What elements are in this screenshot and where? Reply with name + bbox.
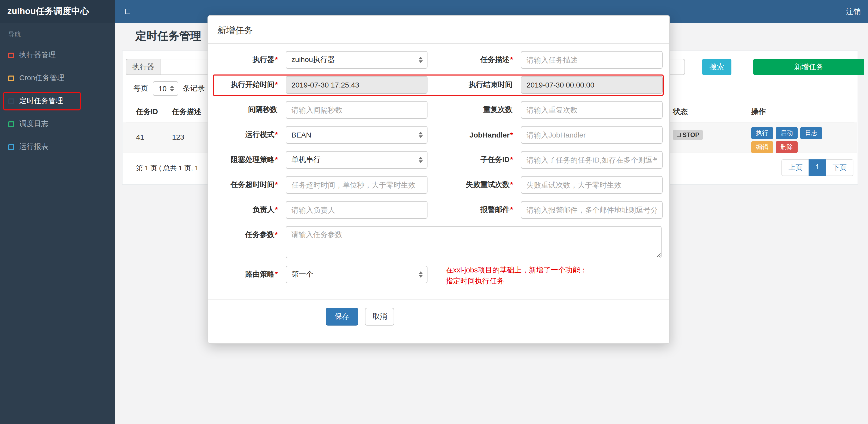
task-desc-input[interactable] [521, 51, 662, 69]
executor-label: 执行器* [218, 55, 278, 65]
run-button[interactable]: 执行 [751, 127, 773, 139]
interval-input[interactable] [286, 101, 428, 119]
feature-note-line1: 在xxl-jobs项目的基础上，新增了一个功能： [446, 265, 587, 275]
sidebar-item-executor-mgmt[interactable]: 执行器管理 [0, 44, 115, 67]
sidebar-item-label: Cron任务管理 [19, 73, 64, 83]
start-time-label: 执行开始时间* [218, 80, 278, 90]
alarm-email-label: 报警邮件* [428, 205, 513, 215]
modal-body: 执行器* zuihou执行器 任务描述* 执行开始时间* [208, 44, 670, 283]
interval-label: 间隔秒数 [218, 105, 278, 115]
status-badge: STOP [673, 130, 703, 140]
glue-type-label: 运行模式* [218, 130, 278, 140]
brand-title[interactable]: zuihou任务调度中心 [0, 0, 115, 23]
jobhandler-label: JobHandler* [428, 131, 513, 139]
modal-title: 新增任务 [208, 15, 670, 44]
column-header-operations: 操作 [751, 101, 766, 122]
page-title: 定时任务管理 [135, 29, 201, 43]
pagination-summary: 第 1 页 ( 总共 1 页, 1 [136, 164, 198, 173]
timeout-label: 任务超时时间* [218, 180, 278, 190]
retry-label: 失败重试次数* [428, 180, 513, 190]
executor-select[interactable]: zuihou执行器 [286, 51, 428, 69]
sidebar: 导航 执行器管理 Cron任务管理 定时任务管理 调度日志 运行报表 [0, 23, 115, 424]
alarm-email-input[interactable] [521, 201, 662, 219]
dark-square-icon [8, 98, 14, 104]
row-operations: 执行 启动 日志 编辑 删除 [751, 127, 822, 155]
stop-square-icon [677, 133, 681, 137]
select-spinner-icon [418, 271, 423, 278]
orange-square-icon [8, 75, 14, 81]
sidebar-item-label: 运行报表 [19, 142, 49, 152]
pagination: 上页 1 下页 [782, 159, 854, 176]
next-page-button[interactable]: 下页 [826, 159, 854, 176]
perpage-select[interactable]: 10 [153, 81, 178, 96]
select-spinner-icon [170, 86, 174, 92]
column-header-status: 状态 [673, 101, 688, 122]
log-button[interactable]: 日志 [800, 127, 822, 139]
sidebar-item-label: 定时任务管理 [19, 96, 63, 106]
prev-page-button[interactable]: 上页 [782, 159, 809, 176]
perpage-value: 10 [158, 85, 166, 93]
search-button[interactable]: 搜索 [702, 59, 732, 75]
repeat-label: 重复次数 [428, 105, 513, 115]
timeout-input[interactable] [286, 176, 428, 194]
app-root: zuihou任务调度中心 注销 导航 执行器管理 Cron任务管理 定时任务管理… [0, 0, 868, 424]
glue-type-select[interactable]: BEAN [286, 126, 428, 144]
status-badge-label: STOP [682, 131, 699, 138]
column-header-task-desc: 任务描述 [172, 101, 201, 122]
end-time-input[interactable] [521, 76, 662, 94]
sidebar-item-timed-task-mgmt[interactable]: 定时任务管理 [0, 90, 115, 112]
select-spinner-icon [418, 157, 423, 163]
child-job-label: 子任务ID* [428, 155, 513, 165]
jobhandler-input[interactable] [521, 126, 662, 144]
retry-input[interactable] [521, 176, 662, 194]
executor-filter-label: 执行器 [126, 59, 161, 75]
perpage-row: 每页 10 条记录 [133, 81, 205, 96]
logout-link[interactable]: 注销 [846, 0, 861, 23]
delete-button[interactable]: 删除 [776, 141, 798, 153]
child-job-input[interactable] [521, 151, 662, 169]
owner-input[interactable] [286, 201, 428, 219]
task-param-textarea[interactable] [285, 226, 661, 258]
blue-square-icon [8, 144, 14, 150]
repeat-input[interactable] [521, 101, 662, 119]
cancel-button[interactable]: 取消 [365, 308, 394, 326]
block-strategy-select[interactable]: 单机串行 [286, 151, 428, 169]
sidebar-item-label: 执行器管理 [19, 51, 56, 60]
time-range-row: 执行开始时间* 执行结束时间 [218, 76, 661, 94]
task-desc-label: 任务描述* [428, 55, 513, 65]
route-strategy-select[interactable]: 第一个 [286, 266, 428, 283]
feature-note: 在xxl-jobs项目的基础上，新增了一个功能： 指定时间执行任务 [446, 265, 587, 287]
start-time-input[interactable] [286, 76, 428, 94]
green-square-icon [8, 121, 14, 127]
sidebar-item-cron-mgmt[interactable]: Cron任务管理 [0, 67, 115, 90]
task-param-label: 任务参数* [218, 226, 278, 258]
sidebar-item-label: 调度日志 [19, 119, 49, 129]
add-task-modal: 新增任务 执行器* zuihou执行器 任务描述* 执行开始 [208, 15, 670, 344]
column-header-task-id: 任务ID [136, 101, 158, 122]
page-1-button[interactable]: 1 [809, 159, 826, 176]
end-time-label: 执行结束时间 [428, 80, 513, 90]
cell-task-id: 41 [136, 133, 144, 141]
sidebar-toggle-icon[interactable] [125, 9, 130, 14]
perpage-prefix-label: 每页 [133, 84, 148, 93]
feature-note-line2: 指定时间执行任务 [446, 275, 587, 287]
start-button[interactable]: 启动 [776, 127, 798, 139]
select-spinner-icon [418, 132, 423, 138]
sidebar-item-schedule-log[interactable]: 调度日志 [0, 112, 115, 135]
route-strategy-label: 路由策略* [218, 270, 278, 279]
save-button[interactable]: 保存 [326, 308, 358, 326]
edit-button[interactable]: 编辑 [751, 141, 773, 153]
brand-label: zuihou任务调度中心 [7, 6, 89, 16]
owner-label: 负责人* [218, 205, 278, 215]
select-spinner-icon [418, 57, 423, 63]
red-square-icon [8, 52, 14, 58]
sidebar-section-label: 导航 [0, 23, 115, 44]
cell-task-desc: 123 [172, 133, 184, 141]
sidebar-item-run-report[interactable]: 运行报表 [0, 135, 115, 158]
modal-footer: 保存 取消 [208, 299, 670, 326]
add-task-button[interactable]: 新增任务 [753, 59, 864, 75]
block-strategy-label: 阻塞处理策略* [218, 155, 278, 165]
perpage-suffix-label: 条记录 [183, 84, 205, 93]
